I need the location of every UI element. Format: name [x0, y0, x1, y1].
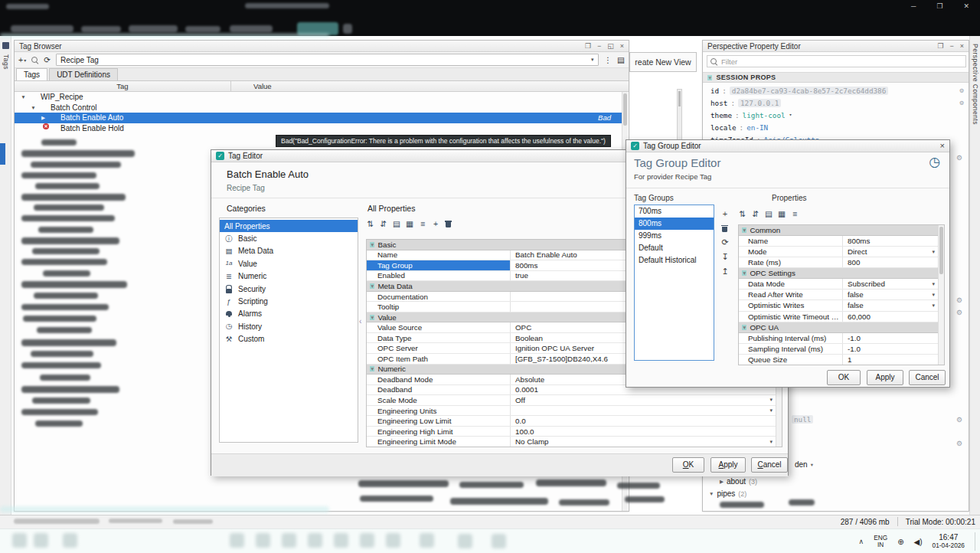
property-key[interactable]: Engineering Limit Mode	[367, 437, 511, 447]
gear-icon[interactable]: ⚙	[956, 440, 962, 447]
delete-tag-group-icon[interactable]	[720, 221, 730, 235]
apply-button[interactable]: Apply	[867, 370, 903, 385]
tray-expand-icon[interactable]: ∧	[859, 538, 864, 545]
tag-group-item[interactable]: Default	[635, 242, 714, 254]
filter-properties-icon[interactable]: ≡	[419, 219, 426, 228]
gear-icon[interactable]: ⚙	[956, 416, 962, 424]
add-tag-group-icon[interactable]: +	[720, 206, 730, 221]
add-tag-button[interactable]: + ▾	[18, 55, 26, 64]
sort-order-icon[interactable]: ⇅	[739, 209, 746, 218]
property-key[interactable]: Scale Mode	[367, 395, 511, 405]
property-row[interactable]: ▼ OPC UA	[739, 322, 944, 333]
property-key[interactable]: Mode	[739, 247, 843, 257]
property-key[interactable]: Engineering High Limit	[367, 427, 511, 437]
create-new-view-button-fragment[interactable]: reate New View	[629, 52, 697, 72]
property-key[interactable]: Documentation	[367, 292, 511, 302]
category-item[interactable]: ≣ Numeric	[220, 270, 358, 283]
section-caret-icon[interactable]: ▼	[742, 270, 746, 276]
section-caret-icon[interactable]: ▼	[370, 315, 374, 320]
search-tags-button[interactable]	[31, 57, 38, 64]
refresh-tag-groups-icon[interactable]: ⟳	[720, 235, 730, 250]
property-key[interactable]: Rate (ms)	[739, 257, 843, 267]
property-value[interactable]: 0.0	[511, 416, 782, 426]
category-item[interactable]: ◷ History	[220, 320, 358, 332]
pipes-prop-row[interactable]: ▼ pipes (2)	[709, 489, 746, 498]
import-tag-groups-icon[interactable]: ↥	[720, 264, 730, 279]
property-row[interactable]: Engineering Units ▾	[367, 406, 782, 417]
property-key[interactable]: Engineering Low Limit	[367, 416, 511, 426]
property-key[interactable]: Data Mode	[739, 279, 843, 289]
tag-group-item[interactable]: 800ms	[635, 218, 714, 230]
property-filter-input[interactable]: Filter	[707, 55, 966, 67]
property-key[interactable]: OPC Item Path	[367, 354, 511, 364]
property-value[interactable]: No Clamp ▾	[511, 437, 782, 447]
tree-expand-caret[interactable]: ▶	[39, 115, 47, 121]
tree-expand-caret[interactable]: ▼	[29, 105, 38, 110]
sort-category-icon[interactable]: ⇵	[380, 219, 387, 228]
export-tag-groups-icon[interactable]: ↧	[720, 250, 730, 264]
property-row[interactable]: Mode Direct ▾	[739, 247, 944, 257]
property-value[interactable]: 60,000	[843, 312, 944, 322]
trial-mode-timer[interactable]: Trial Mode: 00:00:21	[906, 518, 975, 526]
session-prop-row[interactable]: locale : en-IN	[703, 121, 969, 133]
property-row[interactable]: Sampling Interval (ms) -1.0	[739, 344, 944, 355]
property-value[interactable]: -1.0	[843, 333, 944, 343]
panel-close-icon[interactable]: ×	[960, 42, 964, 50]
window-close-icon[interactable]: ✕	[963, 2, 969, 11]
section-caret-icon[interactable]: ▼	[742, 227, 746, 233]
dialog-titlebar[interactable]: Tag Group Editor ×	[626, 140, 949, 152]
view-compact-icon[interactable]: ▤	[765, 209, 773, 218]
property-key[interactable]: Optimistic Writes	[739, 300, 843, 310]
column-header-value[interactable]: Value	[253, 82, 272, 90]
property-value[interactable]: false ▾	[843, 300, 944, 310]
speaker-icon[interactable]: ◀)	[914, 538, 923, 546]
splitter-collapse-icon[interactable]: ‹	[359, 317, 361, 326]
property-key[interactable]: Enabled	[367, 271, 511, 281]
sort-order-icon[interactable]: ⇅	[367, 219, 374, 228]
panel-float-icon[interactable]: ❐	[937, 42, 943, 50]
view-compact-icon[interactable]: ▤	[393, 219, 400, 228]
prop-value[interactable]: d2a84be7-ca93-4cab-8e57-2c7ec64dd386	[730, 87, 889, 95]
add-property-icon[interactable]: +	[432, 219, 439, 228]
section-caret-icon[interactable]: ▼	[370, 283, 374, 289]
property-value[interactable]: 100.0	[511, 427, 782, 437]
property-row[interactable]: Name 800ms	[739, 236, 944, 247]
tag-tree-row[interactable]: ▼ WIP_Recipe	[15, 92, 623, 103]
category-item[interactable]: ▤ Meta Data	[220, 245, 358, 257]
section-caret-icon[interactable]: ▼	[370, 366, 374, 371]
property-row[interactable]: Engineering High Limit 100.0	[367, 427, 782, 437]
gear-icon[interactable]: ⚙	[956, 154, 962, 162]
property-row[interactable]: Publishing Interval (ms) -1.0	[739, 333, 944, 344]
view-grid-icon[interactable]: ▦	[406, 219, 413, 228]
property-key[interactable]: Data Type	[367, 333, 511, 343]
null-value-chip[interactable]: null	[792, 415, 813, 424]
ok-button[interactable]: OK	[827, 370, 861, 385]
property-row[interactable]: Data Mode Subscribed ▾	[739, 279, 944, 290]
category-item[interactable]: Security	[220, 283, 358, 295]
expand-caret-icon[interactable]: ▶	[720, 479, 724, 485]
background-scrollbar-fragment[interactable]	[677, 89, 682, 144]
property-key[interactable]: Publishing Interval (ms)	[739, 333, 843, 343]
category-item[interactable]: All Properties	[220, 220, 358, 232]
property-value[interactable]: Off ▾	[511, 395, 782, 405]
close-icon[interactable]: ×	[940, 142, 945, 150]
category-item[interactable]: Alarms	[220, 308, 358, 320]
panel-maximize-icon[interactable]: ◱	[607, 42, 614, 50]
cancel-button[interactable]: Cancel	[909, 370, 946, 385]
dropdown-caret-icon[interactable]: ▾	[932, 303, 935, 309]
property-key[interactable]: Deadband	[367, 385, 511, 395]
ok-button[interactable]: OK	[672, 457, 704, 473]
property-row[interactable]: Scale Mode Off ▾	[367, 395, 782, 406]
property-key[interactable]: Optimistic Write Timeout …	[739, 312, 843, 322]
category-item[interactable]: ⚒ Custom	[220, 333, 358, 345]
tag-browser-tab[interactable]: Tags	[16, 68, 47, 80]
property-value[interactable]: Direct ▾	[843, 247, 944, 257]
prop-value[interactable]: 127.0.0.1	[738, 99, 781, 107]
network-globe-icon[interactable]: ⊕	[897, 538, 903, 546]
property-row[interactable]: Optimistic Writes false ▾	[739, 300, 944, 311]
property-key[interactable]: Sampling Interval (ms)	[739, 344, 843, 354]
about-prop-row[interactable]: ▶ about (3)	[720, 477, 757, 486]
tag-group-item[interactable]: 999ms	[635, 230, 714, 242]
delete-property-icon[interactable]	[445, 220, 452, 228]
tag-tree-row[interactable]: ▶ Batch Enable Auto Bad	[15, 113, 623, 123]
